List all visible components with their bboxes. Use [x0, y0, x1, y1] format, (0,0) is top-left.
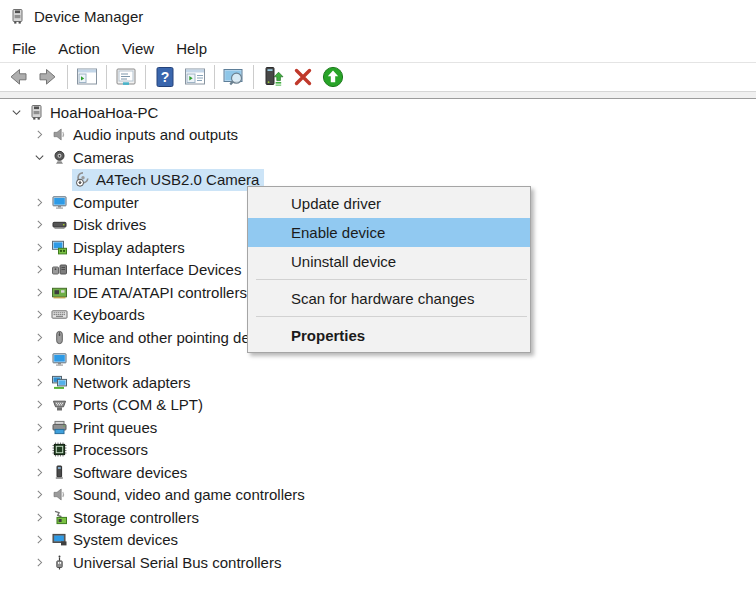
tree-item-content[interactable]: HoaHoaHoa-PC: [26, 101, 163, 124]
menubar-item-view[interactable]: View: [111, 37, 165, 60]
device-manager-icon: [9, 8, 26, 25]
chevron-down-icon[interactable]: [6, 103, 26, 121]
disk-icon: [49, 216, 69, 234]
context-menu-item-properties[interactable]: Properties: [248, 321, 530, 350]
tree-item-storage-controllers[interactable]: Storage controllers: [0, 506, 756, 529]
chevron-right-icon[interactable]: [29, 126, 49, 144]
chevron-right-icon[interactable]: [29, 463, 49, 481]
update-driver-button[interactable]: [258, 64, 288, 90]
tree-item-content[interactable]: Universal Serial Bus controllers: [49, 551, 286, 574]
tree-item-content[interactable]: Storage controllers: [49, 506, 204, 529]
tree-item-label: Display adapters: [69, 239, 185, 256]
chevron-right-icon[interactable]: [29, 531, 49, 549]
tree-item-content[interactable]: Print queues: [49, 416, 162, 439]
chevron-right-icon[interactable]: [29, 283, 49, 301]
tree-item-selected-area[interactable]: A4Tech USB2.0 Camera: [72, 169, 264, 192]
menubar-item-file[interactable]: File: [1, 37, 47, 60]
back-button[interactable]: [3, 64, 33, 90]
enable-device-icon: [321, 65, 345, 89]
keyboard-icon: [49, 306, 69, 324]
tree-item-content[interactable]: Display adapters: [49, 236, 190, 259]
properties-button[interactable]: [111, 64, 141, 90]
tree-item-content[interactable]: System devices: [49, 529, 183, 552]
back-arrow-icon: [6, 65, 30, 89]
menubar-item-help[interactable]: Help: [165, 37, 218, 60]
tree-item-print-queues[interactable]: Print queues: [0, 416, 756, 439]
tree-item-content[interactable]: Sound, video and game controllers: [49, 484, 310, 507]
help-icon: ?: [153, 65, 177, 89]
tree-item-content[interactable]: Audio inputs and outputs: [49, 124, 243, 147]
chevron-right-icon[interactable]: [29, 351, 49, 369]
display-adapter-icon: [49, 238, 69, 256]
window-title: Device Manager: [34, 8, 143, 25]
chevron-right-icon[interactable]: [29, 441, 49, 459]
tree-item-content[interactable]: Human Interface Devices: [49, 259, 246, 282]
chevron-right-icon[interactable]: [29, 553, 49, 571]
tree-item-network-adapters[interactable]: Network adapters: [0, 371, 756, 394]
tree-item-cameras[interactable]: Cameras: [0, 146, 756, 169]
tree-item-universal-serial-bus-controllers[interactable]: Universal Serial Bus controllers: [0, 551, 756, 574]
chevron-right-icon[interactable]: [29, 261, 49, 279]
audio-icon: [49, 126, 69, 144]
chevron-right-icon[interactable]: [29, 216, 49, 234]
chevron-right-icon[interactable]: [29, 373, 49, 391]
tree-item-system-devices[interactable]: System devices: [0, 529, 756, 552]
uninstall-device-button[interactable]: [288, 64, 318, 90]
tree-item-content[interactable]: Monitors: [49, 349, 136, 372]
menubar-item-action[interactable]: Action: [47, 37, 111, 60]
tree-item-hoahoahoa-pc[interactable]: HoaHoaHoa-PC: [0, 101, 756, 124]
chevron-spacer: [52, 171, 72, 189]
enable-device-button[interactable]: [318, 64, 348, 90]
tree-item-audio-inputs-and-outputs[interactable]: Audio inputs and outputs: [0, 124, 756, 147]
context-menu: Update driverEnable deviceUninstall devi…: [247, 186, 531, 353]
help-button[interactable]: ?: [150, 64, 180, 90]
tree-item-content[interactable]: Keyboards: [49, 304, 150, 327]
context-menu-item-enable-device[interactable]: Enable device: [248, 218, 530, 247]
tree-item-label: Sound, video and game controllers: [69, 486, 305, 503]
show-console-tree-button[interactable]: [72, 64, 102, 90]
tree-item-ports-com-lpt[interactable]: Ports (COM & LPT): [0, 394, 756, 417]
chevron-right-icon[interactable]: [29, 328, 49, 346]
toolbar-separator: [145, 65, 146, 89]
tree-item-label: Processors: [69, 441, 148, 458]
tree-item-label: Software devices: [69, 464, 187, 481]
tree-item-content[interactable]: IDE ATA/ATAPI controllers: [49, 281, 252, 304]
context-menu-item-scan-for-hardware-changes[interactable]: Scan for hardware changes: [248, 284, 530, 313]
show-action-pane-button[interactable]: [180, 64, 210, 90]
tree-item-content[interactable]: Ports (COM & LPT): [49, 394, 208, 417]
chevron-right-icon[interactable]: [29, 508, 49, 526]
scan-for-hardware-changes-button[interactable]: [219, 64, 249, 90]
tree-item-content[interactable]: Software devices: [49, 461, 192, 484]
tree-item-processors[interactable]: Processors: [0, 439, 756, 462]
update-driver-icon: [261, 65, 285, 89]
tree-item-software-devices[interactable]: Software devices: [0, 461, 756, 484]
chevron-right-icon[interactable]: [29, 193, 49, 211]
chevron-down-icon[interactable]: [29, 148, 49, 166]
forward-button[interactable]: [33, 64, 63, 90]
chevron-right-icon[interactable]: [29, 486, 49, 504]
context-menu-item-update-driver[interactable]: Update driver: [248, 189, 530, 218]
tree-item-sound-video-and-game-controllers[interactable]: Sound, video and game controllers: [0, 484, 756, 507]
properties-window-icon: [114, 65, 138, 89]
camera-disabled-icon: [72, 171, 92, 189]
tree-item-content[interactable]: Network adapters: [49, 371, 196, 394]
processor-icon: [49, 441, 69, 459]
ide-controller-icon: [49, 283, 69, 301]
context-menu-item-uninstall-device[interactable]: Uninstall device: [248, 247, 530, 276]
tree-item-label: HoaHoaHoa-PC: [46, 104, 158, 121]
software-device-icon: [49, 463, 69, 481]
console-tree-icon: [75, 65, 99, 89]
tree-item-label: Human Interface Devices: [69, 261, 241, 278]
mouse-icon: [49, 328, 69, 346]
tree-item-content[interactable]: Computer: [49, 191, 144, 214]
tree-item-content[interactable]: Disk drives: [49, 214, 151, 237]
chevron-right-icon[interactable]: [29, 238, 49, 256]
tree-item-content[interactable]: Cameras: [49, 146, 139, 169]
chevron-right-icon[interactable]: [29, 306, 49, 324]
chevron-right-icon[interactable]: [29, 396, 49, 414]
port-icon: [49, 396, 69, 414]
tree-item-content[interactable]: Processors: [49, 439, 153, 462]
action-pane-icon: [183, 65, 207, 89]
tree-item-label: Monitors: [69, 351, 131, 368]
chevron-right-icon[interactable]: [29, 418, 49, 436]
